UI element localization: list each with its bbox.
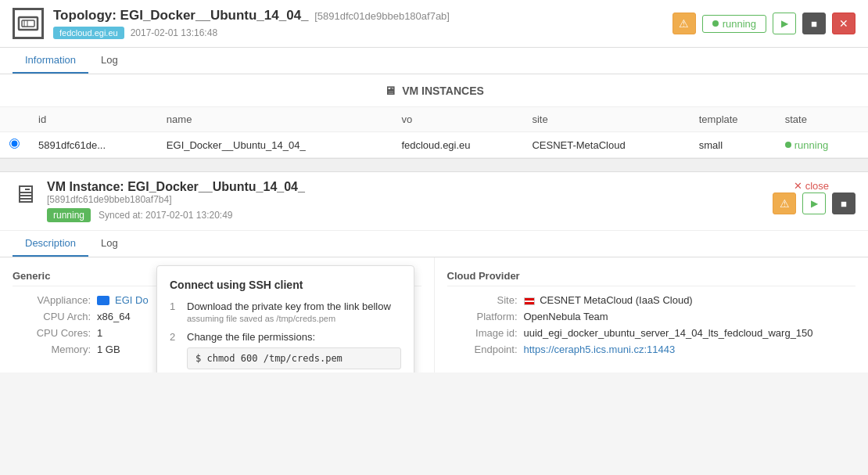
play-button[interactable]: ▶ — [773, 13, 796, 34]
platform-value: OpenNebula Team — [524, 311, 608, 322]
col-site: site — [522, 107, 689, 132]
col-name: name — [157, 107, 393, 132]
content-area: Generic VAppliance: EGI Do CPU Arch: x86… — [0, 257, 868, 372]
image-id-value: uuid_egi_docker_ubuntu_server_14_04_lts_… — [524, 327, 813, 339]
col-state: state — [776, 107, 868, 132]
platform-row: Platform: OpenNebula Team — [447, 311, 856, 322]
row-radio-cell[interactable] — [0, 132, 29, 158]
close-top-btn[interactable]: ✕ close — [794, 180, 829, 192]
col-radio — [0, 107, 29, 132]
vm-synced: Synced at: 2017-02-01 13:20:49 — [99, 210, 232, 221]
spacer — [0, 159, 868, 171]
vm-section: 🖥 VM INSTANCES id name vo site template … — [0, 74, 868, 159]
endpoint-label: Endpoint: — [447, 344, 518, 355]
ssh-step-1-title: Download the private key from the link b… — [187, 300, 401, 312]
topology-header: Topology: EGI_Docker__Ubuntu_14_04_ [589… — [13, 8, 855, 39]
ssh-step-2-title: Change the file permissions: — [187, 331, 401, 343]
bottom-toolbar: ⚠ ▶ ■ — [773, 193, 855, 214]
row-state: running — [776, 132, 868, 158]
memory-label: Memory: — [13, 344, 91, 355]
memory-value: 1 GB — [97, 344, 120, 355]
topology-date: 2017-02-01 13:16:48 — [131, 27, 217, 38]
ssh-step-2-code: $ chmod 600 /tmp/creds.pem — [187, 347, 401, 369]
stop-button[interactable]: ■ — [802, 13, 826, 34]
endpoint-row: Endpoint: https://ceraph5.ics.muni.cz:11… — [447, 344, 856, 355]
tab-description[interactable]: Description — [13, 231, 88, 257]
col-template: template — [690, 107, 776, 132]
status-dot — [712, 20, 719, 27]
topology-id: [5891dfc01de9bbeb180af7ab] — [314, 10, 450, 22]
vm-stop-button[interactable]: ■ — [832, 193, 855, 214]
ssh-step-2-content: Change the file permissions: $ chmod 600… — [187, 331, 401, 369]
ssh-step-1-num: 1 — [170, 300, 181, 312]
cpu-cores-label: CPU Cores: — [13, 327, 91, 339]
tab-log-bottom[interactable]: Log — [88, 231, 131, 257]
site-row: Site: CESNET MetaCloud (IaaS Cloud) — [447, 294, 856, 306]
vappliance-value: EGI Do — [97, 294, 149, 306]
ssh-step-2: 2 Change the file permissions: $ chmod 6… — [170, 331, 401, 369]
vappliance-label: VAppliance: — [13, 294, 91, 306]
egi-icon — [97, 296, 109, 305]
col-vo: vo — [392, 107, 522, 132]
site-value-text: CESNET MetaCloud (IaaS Cloud) — [540, 294, 693, 306]
vm-play-button[interactable]: ▶ — [802, 193, 826, 214]
topology-title-text: Topology: EGI_Docker__Ubuntu_14_04_ — [53, 8, 309, 23]
ssh-step-1-sub: assuming file saved as /tmp/creds.pem — [187, 314, 401, 323]
tab-log[interactable]: Log — [88, 48, 131, 74]
ssh-popup: Connect using SSH client 1 Download the … — [156, 265, 414, 372]
vappliance-link[interactable]: EGI Do — [115, 294, 149, 306]
ssh-popup-title: Connect using SSH client — [170, 279, 401, 291]
cpu-arch-label: CPU Arch: — [13, 311, 91, 322]
table-row[interactable]: 5891dfc61de... EGI_Docker__Ubuntu_14_04_… — [0, 132, 868, 158]
toolbar-right: ⚠ running ▶ ■ ✕ — [673, 13, 855, 34]
site-label: Site: — [447, 294, 518, 306]
table-header-row: id name vo site template state — [0, 107, 868, 132]
warn-button[interactable]: ⚠ — [673, 13, 696, 34]
right-content: Cloud Provider Site: CESNET MetaCloud (I… — [435, 257, 869, 372]
top-panel: Topology: EGI_Docker__Ubuntu_14_04_ [589… — [0, 0, 868, 48]
vm-instance-name: VM Instance: EGI_Docker__Ubuntu_14_04_ — [47, 180, 305, 194]
state-dot — [785, 142, 791, 148]
svg-rect-1 — [22, 20, 34, 27]
vm-section-title: 🖥 VM INSTANCES — [0, 74, 868, 107]
cpu-cores-value: 1 — [97, 327, 102, 339]
cloud-provider-title: Cloud Provider — [447, 270, 856, 286]
vm-warn-button[interactable]: ⚠ — [773, 193, 796, 214]
row-state-badge: running — [785, 139, 859, 151]
topology-icon — [13, 8, 44, 39]
bottom-panel: 🖥 VM Instance: EGI_Docker__Ubuntu_14_04_… — [0, 171, 868, 372]
topology-meta: fedcloud.egi.eu 2017-02-01 13:16:48 — [53, 27, 450, 39]
topology-info: Topology: EGI_Docker__Ubuntu_14_04_ [589… — [53, 8, 450, 39]
topology-title: Topology: EGI_Docker__Ubuntu_14_04_ [589… — [53, 8, 450, 23]
row-radio[interactable] — [9, 139, 20, 149]
platform-label: Platform: — [447, 311, 518, 322]
endpoint-value: https://ceraph5.ics.muni.cz:11443 — [524, 344, 676, 355]
vm-instance-status-row: running Synced at: 2017-02-01 13:20:49 — [47, 208, 305, 222]
vm-instance-id: [5891dfc61de9bbeb180af7b4] — [47, 194, 305, 205]
running-status: running — [702, 15, 766, 33]
ssh-step-1: 1 Download the private key from the link… — [170, 300, 401, 323]
image-id-label: Image id: — [447, 327, 518, 339]
nav-tabs: Information Log — [0, 48, 868, 74]
vm-monitor-icon: 🖥 — [13, 180, 38, 209]
monitor-icon: 🖥 — [384, 84, 396, 97]
flag-icon — [524, 297, 535, 305]
vm-instance-info: VM Instance: EGI_Docker__Ubuntu_14_04_ [… — [47, 180, 305, 222]
row-site: CESNET-MetaCloud — [522, 132, 689, 158]
bottom-panel-header: 🖥 VM Instance: EGI_Docker__Ubuntu_14_04_… — [0, 172, 868, 231]
state-label: running — [794, 139, 828, 151]
close-button[interactable]: ✕ — [832, 13, 855, 34]
row-template: small — [690, 132, 776, 158]
close-label: close — [805, 180, 829, 192]
vm-instances-table: id name vo site template state 5891dfc61… — [0, 107, 868, 158]
row-id: 5891dfc61de... — [29, 132, 157, 158]
ssh-step-2-num: 2 — [170, 331, 181, 343]
vm-instance-title-group: 🖥 VM Instance: EGI_Docker__Ubuntu_14_04_… — [13, 180, 305, 222]
site-value: CESNET MetaCloud (IaaS Cloud) — [524, 294, 693, 306]
tab-information[interactable]: Information — [13, 48, 88, 74]
endpoint-link[interactable]: https://ceraph5.ics.muni.cz:11443 — [524, 344, 676, 355]
site-badge: fedcloud.egi.eu — [53, 27, 124, 39]
vm-section-label: VM INSTANCES — [402, 85, 484, 97]
image-id-row: Image id: uuid_egi_docker_ubuntu_server_… — [447, 327, 856, 339]
close-x-icon: ✕ — [794, 180, 802, 192]
